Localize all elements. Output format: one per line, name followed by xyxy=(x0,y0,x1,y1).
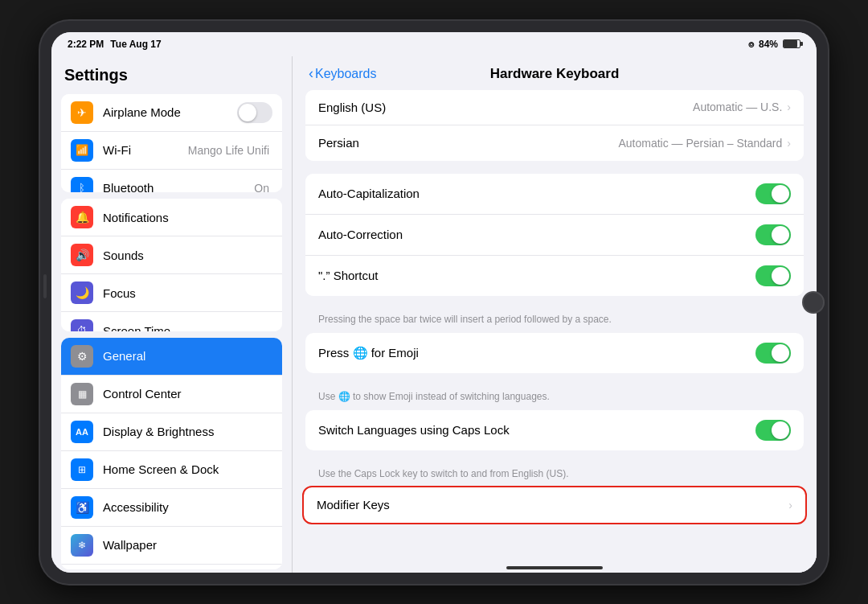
bluetooth-value: On xyxy=(254,182,269,193)
english-value: Automatic — U.S. xyxy=(693,101,782,113)
english-row[interactable]: English (US) Automatic — U.S. › xyxy=(305,90,804,125)
sidebar-section-general: ⚙ General ▦ Control Center AA Display & … xyxy=(61,338,282,569)
status-left: 2:22 PM Tue Aug 17 xyxy=(68,39,162,50)
back-label: Keyboards xyxy=(315,67,377,81)
airplane-label: Airplane Mode xyxy=(103,105,237,119)
bluetooth-label: Bluetooth xyxy=(103,181,254,192)
sounds-icon: 🔊 xyxy=(71,244,93,266)
screentime-label: Screen Time xyxy=(103,324,272,331)
general-label: General xyxy=(103,349,272,363)
focus-icon: 🌙 xyxy=(71,281,93,304)
dotshortcut-row[interactable]: ".” Shortcut xyxy=(305,256,804,296)
accessibility-icon: ♿ xyxy=(71,496,93,519)
status-time: 2:22 PM xyxy=(68,39,104,50)
emoji-group: Press 🌐 for Emoji xyxy=(305,333,804,373)
wifi-icon-sidebar: 📶 xyxy=(71,139,93,162)
switchlang-hint: Use the Caps Lock key to switch to and f… xyxy=(305,463,804,487)
switchlang-label: Switch Languages using Caps Lock xyxy=(318,423,755,437)
modifierkeys-row[interactable]: Modifier Keys › xyxy=(304,487,805,523)
sidebar-item-airplane[interactable]: ✈ Airplane Mode xyxy=(61,94,282,132)
screen: 2:22 PM Tue Aug 17 ⌾ 84% Settings ✈ Air xyxy=(51,32,817,573)
sidebar-title: Settings xyxy=(51,56,292,91)
sounds-label: Sounds xyxy=(103,249,272,262)
persian-chevron-icon: › xyxy=(787,137,791,150)
dotshortcut-toggle[interactable] xyxy=(755,265,791,286)
sidebar-item-bluetooth[interactable]: ᛒ Bluetooth On xyxy=(61,170,282,193)
emoji-toggle[interactable] xyxy=(755,343,791,364)
device: 2:22 PM Tue Aug 17 ⌾ 84% Settings ✈ Air xyxy=(40,21,828,584)
battery-fill xyxy=(784,40,797,47)
homescreen-label: Home Screen & Dock xyxy=(103,462,272,476)
sidebar-item-homescreen[interactable]: ⊞ Home Screen & Dock xyxy=(61,451,282,489)
autocorrect-toggle[interactable] xyxy=(755,224,791,245)
wifi-value: Mango Life Unifi xyxy=(188,144,269,157)
autocorrect-label: Auto-Correction xyxy=(318,228,755,241)
modifier-keys-group: Modifier Keys › xyxy=(304,487,805,523)
modifierkeys-label: Modifier Keys xyxy=(317,498,788,512)
notifications-label: Notifications xyxy=(103,211,272,224)
switchlang-row[interactable]: Switch Languages using Caps Lock xyxy=(305,410,804,450)
general-icon: ⚙ xyxy=(71,345,93,368)
persian-value: Automatic — Persian – Standard xyxy=(618,137,782,150)
switchlang-group: Switch Languages using Caps Lock xyxy=(305,410,804,450)
persian-label: Persian xyxy=(318,136,618,150)
detail-panel: ‹ Keyboards Hardware Keyboard English (U… xyxy=(293,56,817,573)
volume-button[interactable] xyxy=(43,274,47,298)
sidebar: Settings ✈ Airplane Mode 📶 Wi-Fi Mango L… xyxy=(51,56,293,573)
wifi-label: Wi-Fi xyxy=(103,143,188,157)
sidebar-item-wifi[interactable]: 📶 Wi-Fi Mango Life Unifi xyxy=(61,132,282,170)
sidebar-item-screentime[interactable]: ⏱ Screen Time xyxy=(61,312,282,331)
sidebar-item-display[interactable]: AA Display & Brightness xyxy=(61,413,282,451)
detail-header: ‹ Keyboards Hardware Keyboard xyxy=(293,56,817,90)
status-right: ⌾ 84% xyxy=(748,39,800,50)
sidebar-item-wallpaper[interactable]: ❄ Wallpaper xyxy=(61,527,282,565)
wallpaper-label: Wallpaper xyxy=(103,538,272,552)
sidebar-item-notifications[interactable]: 🔔 Notifications xyxy=(61,199,282,236)
sidebar-item-accessibility[interactable]: ♿ Accessibility xyxy=(61,489,282,527)
back-chevron-icon: ‹ xyxy=(309,65,313,82)
emoji-label: Press 🌐 for Emoji xyxy=(318,346,755,360)
controlcenter-icon: ▦ xyxy=(71,383,93,405)
homescreen-icon: ⊞ xyxy=(71,458,93,481)
screentime-icon: ⏱ xyxy=(71,319,93,331)
dotshortcut-hint: Pressing the space bar twice will insert… xyxy=(305,309,804,333)
sidebar-item-siri[interactable]: 🎙 Siri & Search xyxy=(61,565,282,569)
autocorrect-row[interactable]: Auto-Correction xyxy=(305,215,804,256)
english-label: English (US) xyxy=(318,101,693,114)
dotshortcut-label: ".” Shortcut xyxy=(318,269,755,282)
sidebar-section-notifications: 🔔 Notifications 🔊 Sounds 🌙 Focus ⏱ Scree… xyxy=(61,199,282,331)
display-icon: AA xyxy=(71,421,93,443)
sidebar-item-focus[interactable]: 🌙 Focus xyxy=(61,274,282,312)
switchlang-toggle[interactable] xyxy=(755,420,791,441)
english-chevron-icon: › xyxy=(787,101,791,113)
controlcenter-label: Control Center xyxy=(103,387,272,401)
back-button[interactable]: ‹ Keyboards xyxy=(309,65,377,82)
wallpaper-icon: ❄ xyxy=(71,534,93,557)
status-date: Tue Aug 17 xyxy=(110,39,161,50)
battery-icon xyxy=(783,39,800,48)
wifi-icon: ⌾ xyxy=(748,39,754,50)
display-label: Display & Brightness xyxy=(103,425,272,438)
persian-row[interactable]: Persian Automatic — Persian – Standard › xyxy=(305,125,804,161)
sidebar-item-general[interactable]: ⚙ General xyxy=(61,338,282,376)
status-bar: 2:22 PM Tue Aug 17 ⌾ 84% xyxy=(51,32,817,56)
airplane-icon: ✈ xyxy=(71,101,93,124)
airplane-toggle[interactable] xyxy=(237,102,272,123)
home-bar xyxy=(506,566,603,569)
home-indicator xyxy=(293,557,817,573)
battery-label: 84% xyxy=(759,39,778,50)
main-content: Settings ✈ Airplane Mode 📶 Wi-Fi Mango L… xyxy=(51,56,817,573)
sidebar-item-controlcenter[interactable]: ▦ Control Center xyxy=(61,376,282,413)
detail-content: English (US) Automatic — U.S. › Persian … xyxy=(293,90,817,557)
detail-title: Hardware Keyboard xyxy=(490,66,620,82)
autocap-label: Auto-Capitalization xyxy=(318,187,755,200)
autocap-toggle[interactable] xyxy=(755,183,791,204)
home-button[interactable] xyxy=(802,291,825,314)
notifications-icon: 🔔 xyxy=(71,206,93,228)
autocap-row[interactable]: Auto-Capitalization xyxy=(305,174,804,215)
emoji-row[interactable]: Press 🌐 for Emoji xyxy=(305,333,804,373)
sidebar-item-sounds[interactable]: 🔊 Sounds xyxy=(61,236,282,274)
auto-settings-group: Auto-Capitalization Auto-Correction ".” … xyxy=(305,174,804,296)
languages-group: English (US) Automatic — U.S. › Persian … xyxy=(305,90,804,161)
accessibility-label: Accessibility xyxy=(103,500,272,514)
